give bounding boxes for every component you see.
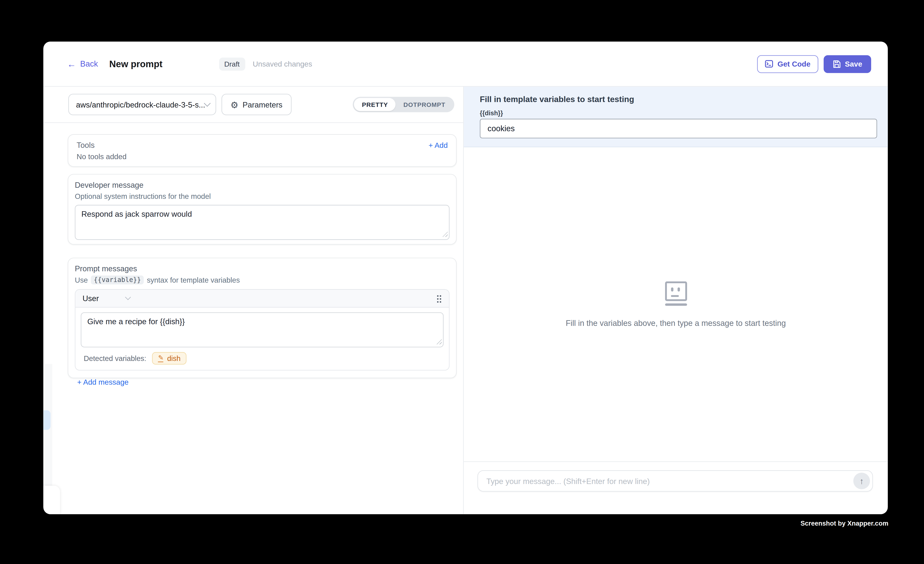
prompt-messages-subtitle: Use {{variable}} syntax for template var… bbox=[75, 276, 449, 284]
developer-message-subtitle: Optional system instructions for the mod… bbox=[75, 192, 449, 201]
message-block: User Give me a recipe for {{dish}} bbox=[75, 289, 449, 370]
page-title: New prompt bbox=[109, 58, 162, 69]
gear-icon: ⚙ bbox=[230, 100, 238, 109]
save-button[interactable]: Save bbox=[824, 55, 871, 73]
chat-empty-state: Fill in the variables above, then type a… bbox=[464, 147, 888, 461]
add-message-button[interactable]: + Add message bbox=[77, 378, 129, 387]
developer-message-textarea[interactable]: Respond as jack sparrow would bbox=[75, 205, 449, 240]
variable-value-input[interactable] bbox=[480, 119, 877, 138]
template-variables-panel: Fill in template variables to start test… bbox=[464, 87, 888, 147]
subtitle-prefix: Use bbox=[75, 276, 88, 284]
chat-input-area: ↑ bbox=[464, 461, 888, 514]
screenshot-stage: ← Back New prompt Draft Unsaved changes … bbox=[0, 0, 924, 564]
back-arrow-icon: ← bbox=[67, 59, 76, 68]
chevron-down-icon bbox=[204, 100, 211, 106]
role-selector-value: User bbox=[82, 294, 99, 303]
variable-syntax-chip: {{variable}} bbox=[91, 276, 144, 284]
get-code-button[interactable]: Get Code bbox=[757, 55, 818, 73]
developer-message-title: Developer message bbox=[75, 181, 449, 189]
clipped-sidebar-card bbox=[43, 486, 60, 514]
add-message-row: + Add message bbox=[75, 376, 449, 387]
empty-state-text: Fill in the variables above, then type a… bbox=[566, 318, 786, 327]
arrow-up-icon: ↑ bbox=[860, 477, 864, 485]
model-selector-value: aws/anthropic/bedrock-claude-3-5-s... bbox=[76, 100, 205, 109]
variable-key-label: {{dish}} bbox=[480, 109, 877, 116]
prompt-editor-panel: aws/anthropic/bedrock-claude-3-5-s... ⚙ … bbox=[43, 87, 463, 514]
drag-handle-icon[interactable] bbox=[436, 294, 442, 303]
add-tool-button[interactable]: + Add bbox=[429, 141, 448, 150]
subtitle-suffix: syntax for template variables bbox=[147, 276, 240, 284]
variable-badge-dish[interactable]: ✎ dish bbox=[152, 352, 186, 364]
variable-name: dish bbox=[167, 354, 181, 363]
tools-card: Tools + Add No tools added bbox=[68, 134, 456, 167]
save-label: Save bbox=[845, 60, 862, 68]
terminal-icon bbox=[765, 60, 773, 68]
toggle-pretty[interactable]: PRETTY bbox=[354, 98, 396, 111]
get-code-label: Get Code bbox=[777, 60, 810, 68]
message-body: Give me a recipe for {{dish}} Detected v… bbox=[75, 308, 449, 370]
header: ← Back New prompt Draft Unsaved changes … bbox=[43, 42, 888, 87]
main-split: aws/anthropic/bedrock-claude-3-5-s... ⚙ … bbox=[43, 87, 888, 514]
robot-face-icon bbox=[665, 281, 687, 306]
message-role-row: User bbox=[75, 290, 449, 308]
prompt-messages-title: Prompt messages bbox=[75, 264, 449, 273]
send-button[interactable]: ↑ bbox=[853, 472, 870, 489]
app-window: ← Back New prompt Draft Unsaved changes … bbox=[43, 42, 888, 514]
developer-message-card: Developer message Optional system instru… bbox=[68, 174, 456, 245]
edit-pencil-icon: ✎ bbox=[158, 354, 164, 362]
editor-scroll-area: Tools + Add No tools added Developer mes… bbox=[43, 123, 463, 378]
model-toolbar: aws/anthropic/bedrock-claude-3-5-s... ⚙ … bbox=[43, 87, 463, 123]
back-button[interactable]: ← Back bbox=[67, 59, 98, 68]
tools-title: Tools bbox=[76, 141, 95, 150]
tools-empty-text: No tools added bbox=[76, 153, 448, 161]
detected-variables-row: Detected variables: ✎ dish bbox=[81, 352, 444, 364]
watermark-text: Screenshot by Xnapper.com bbox=[801, 519, 888, 526]
toggle-dotprompt[interactable]: DOTPROMPT bbox=[396, 98, 453, 111]
parameters-button[interactable]: ⚙ Parameters bbox=[222, 94, 291, 115]
model-selector[interactable]: aws/anthropic/bedrock-claude-3-5-s... bbox=[68, 94, 216, 115]
view-toggle: PRETTY DOTPROMPT bbox=[353, 97, 454, 112]
role-chevron-down-icon[interactable] bbox=[125, 294, 131, 300]
chat-input-box: ↑ bbox=[477, 470, 873, 492]
clipped-sidebar-active-item bbox=[43, 410, 50, 430]
detected-variables-label: Detected variables: bbox=[84, 354, 146, 363]
header-actions: Get Code Save bbox=[757, 55, 871, 73]
unsaved-changes-label: Unsaved changes bbox=[253, 60, 312, 68]
test-panel: Fill in template variables to start test… bbox=[463, 87, 888, 514]
message-textarea[interactable]: Give me a recipe for {{dish}} bbox=[81, 312, 444, 347]
variables-panel-title: Fill in template variables to start test… bbox=[480, 95, 877, 104]
save-floppy-icon bbox=[832, 60, 841, 68]
chat-message-input[interactable] bbox=[486, 477, 854, 485]
status-badge: Draft bbox=[219, 57, 245, 70]
back-label: Back bbox=[80, 59, 98, 68]
parameters-label: Parameters bbox=[243, 100, 282, 109]
prompt-messages-card: Prompt messages Use {{variable}} syntax … bbox=[68, 258, 456, 378]
